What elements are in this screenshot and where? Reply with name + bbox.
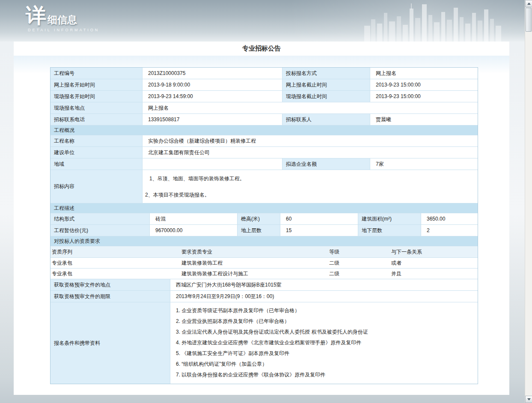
field-value: 15 bbox=[280, 225, 358, 236]
column-header: 与下一条关系 bbox=[390, 246, 478, 258]
table-cell: 建筑装修装饰工程 bbox=[180, 258, 328, 269]
qualification-row: 专业承包 建筑装修装饰工程 二级 或者 bbox=[51, 258, 478, 269]
field-label: 拟选企业名额 bbox=[282, 158, 370, 170]
section-title: 对投标人的资质要求 bbox=[51, 236, 478, 246]
field-value bbox=[143, 158, 282, 170]
field-value: 13391508817 bbox=[143, 114, 282, 125]
field-value: 3650.00 bbox=[421, 213, 478, 225]
table-cell: 专业承包 bbox=[51, 269, 180, 279]
logo-text-main: 详 bbox=[26, 6, 46, 26]
page-header: 详 细信息 DETAIL INFORMATION bbox=[0, 0, 525, 42]
column-header: 要求资质专业 bbox=[180, 246, 328, 258]
scrollbar-up-button[interactable] bbox=[525, 0, 532, 7]
city-skyline-graphic bbox=[364, 0, 501, 42]
table-cell: 建筑装饰装修工程设计与施工 bbox=[180, 269, 328, 279]
field-value: 贾晨曦 bbox=[370, 114, 478, 125]
field-label: 结构形式 bbox=[51, 213, 150, 225]
qualification-header-row: 资质序列 要求资质专业 等级 与下一条关系 bbox=[51, 246, 478, 258]
field-label: 招标联系电话 bbox=[51, 114, 143, 125]
field-label: 招标联系人 bbox=[282, 114, 370, 125]
field-value: 网上报名 bbox=[370, 68, 478, 79]
info-row: 工程编号 2013Z10000375 投标报名方式 网上报名 bbox=[51, 68, 478, 79]
tender-content-line: 1、吊顶、地面、墙面等的装饰装修工程。 bbox=[149, 175, 475, 182]
field-label: 檐高(米) bbox=[238, 213, 280, 225]
section-header-qualification: 对投标人的资质要求 bbox=[51, 236, 478, 246]
info-row: 招标联系电话 13391508817 招标联系人 贾晨曦 bbox=[51, 114, 478, 125]
content-panel: 专业招标公告 工程编号 2013Z10000375 投标报名方式 网上报名 网上… bbox=[14, 42, 509, 395]
field-label: 建筑面积(m²) bbox=[358, 213, 421, 225]
logo-text-en: DETAIL INFORMATION bbox=[28, 28, 99, 32]
table-cell: 二级 bbox=[328, 269, 390, 279]
column-header: 等级 bbox=[328, 246, 390, 258]
title-band: 专业招标公告 bbox=[14, 42, 509, 56]
field-value: 2013年9月24日至9月29日(9：00至16：00) bbox=[170, 291, 478, 302]
field-label: 招标内容 bbox=[51, 170, 143, 203]
field-value: 2013-9-23 15:00:00 bbox=[370, 79, 478, 91]
field-label: 报名条件和携带资料 bbox=[51, 302, 170, 384]
field-value: 9670000.00 bbox=[150, 225, 238, 236]
field-value: 2013-9-23 15:00:00 bbox=[370, 91, 478, 102]
info-row: 现场报名开始时间 2013-9-23 14:59:00 现场报名截止时间 201… bbox=[51, 91, 478, 102]
scroll-down-icon bbox=[527, 398, 531, 400]
vertical-scrollbar[interactable] bbox=[525, 0, 532, 403]
requirement-item: 6. “组织机构代码证”复印件（加盖公章） bbox=[176, 359, 475, 370]
table-cell: 专业承包 bbox=[51, 258, 180, 269]
page-title: 专业招标公告 bbox=[242, 45, 281, 53]
field-label: 现场报名开始时间 bbox=[51, 91, 143, 102]
tender-content-line: 2、本项目不接受现场报名。 bbox=[145, 191, 475, 199]
field-label: 现场报名地点 bbox=[51, 102, 143, 114]
info-row: 现场报名地点 网上报名 bbox=[51, 102, 478, 114]
field-value: 西城区广安门外大街168号朗琴国际B座1015室 bbox=[170, 279, 478, 291]
prequal-requirements-row: 报名条件和携带资料 1. 企业资质等级证书副本原件及复印件（已年审合格） 2. … bbox=[51, 302, 478, 384]
field-value: 北京建工集团有限责任公司 bbox=[143, 147, 478, 158]
field-label: 投标报名方式 bbox=[282, 68, 370, 79]
scrollbar-down-button[interactable] bbox=[525, 396, 532, 403]
field-value: 实验办公综合楼（新建综合楼项目）精装修工程 bbox=[143, 135, 478, 147]
field-label: 地上层数 bbox=[238, 225, 280, 236]
field-value: 2013-9-23 14:59:00 bbox=[143, 91, 282, 102]
section-header-description: 工程描述 bbox=[51, 203, 478, 213]
section-title: 工程描述 bbox=[51, 203, 478, 213]
field-value: 60 bbox=[280, 213, 358, 225]
overview-row: 工程名称 实验办公综合楼（新建综合楼项目）精装修工程 bbox=[51, 135, 478, 147]
overview-row-tender-content: 招标内容 1、吊顶、地面、墙面等的装饰装修工程。 2、本项目不接受现场报名。 bbox=[51, 170, 478, 203]
field-label: 工程名称 bbox=[51, 135, 143, 147]
prequal-row: 获取资格预审文件的地点 西城区广安门外大街168号朗琴国际B座1015室 bbox=[51, 279, 478, 291]
detail-table: 工程编号 2013Z10000375 投标报名方式 网上报名 网上报名开始时间 … bbox=[50, 67, 478, 384]
field-label: 地下层数 bbox=[358, 225, 421, 236]
section-title: 工程概况 bbox=[51, 125, 478, 135]
field-value: 1. 企业资质等级证书副本原件及复印件（已年审合格） 2. 企业营业执照副本原件… bbox=[170, 302, 478, 384]
field-label: 工程编号 bbox=[51, 68, 143, 79]
field-label: 获取资格预审文件的地点 bbox=[51, 279, 170, 291]
prequal-row: 获取资格预审文件的期限 2013年9月24日至9月29日(9：00至16：00) bbox=[51, 291, 478, 302]
section-header-overview: 工程概况 bbox=[51, 125, 478, 135]
table-cell: 并且 bbox=[390, 269, 478, 279]
description-row: 结构形式 砖混 檐高(米) 60 建筑面积(m²) 3650.00 bbox=[51, 213, 478, 225]
field-label: 现场报名截止时间 bbox=[282, 91, 370, 102]
field-label: 网上报名开始时间 bbox=[51, 79, 143, 91]
field-value: 2013Z10000375 bbox=[143, 68, 282, 79]
content-area: 工程编号 2013Z10000375 投标报名方式 网上报名 网上报名开始时间 … bbox=[14, 56, 509, 395]
overview-row: 建设单位 北京建工集团有限责任公司 bbox=[51, 147, 478, 158]
table-cell: 二级 bbox=[328, 258, 390, 269]
logo-text-sub: 细信息 bbox=[48, 14, 77, 25]
qualification-row: 专业承包 建筑装饰装修工程设计与施工 二级 并且 bbox=[51, 269, 478, 279]
field-label: 网上报名截止时间 bbox=[282, 79, 370, 91]
requirement-item: 2. 企业营业执照副本原件及复印件（已年审合格） bbox=[176, 316, 475, 327]
field-label: 建设单位 bbox=[51, 147, 143, 158]
table-cell: 或者 bbox=[390, 258, 478, 269]
field-value: 网上报名 bbox=[143, 102, 478, 114]
field-value: 砖混 bbox=[150, 213, 238, 225]
scroll-up-icon bbox=[527, 3, 531, 5]
overview-row: 地域 拟选企业名额 7家 bbox=[51, 158, 478, 170]
logo: 详 细信息 DETAIL INFORMATION bbox=[26, 6, 99, 32]
column-header: 资质序列 bbox=[51, 246, 180, 258]
scrollbar-thumb[interactable] bbox=[526, 8, 532, 32]
requirement-item: 1. 企业资质等级证书副本原件及复印件（已年审合格） bbox=[176, 305, 475, 316]
field-value: 7家 bbox=[370, 158, 478, 170]
description-row: 工程暂估价(元) 9670000.00 地上层数 15 地下层数 2 bbox=[51, 225, 478, 236]
field-value: 1、吊顶、地面、墙面等的装饰装修工程。 2、本项目不接受现场报名。 bbox=[143, 170, 478, 203]
field-label: 地域 bbox=[51, 158, 143, 170]
requirement-item: 3. 企业法定代表人身份证明及其身份证或法定代表人委托授 权书及被委托人的身份证 bbox=[176, 327, 475, 337]
field-value: 2013-9-18 9:00:00 bbox=[143, 79, 282, 91]
